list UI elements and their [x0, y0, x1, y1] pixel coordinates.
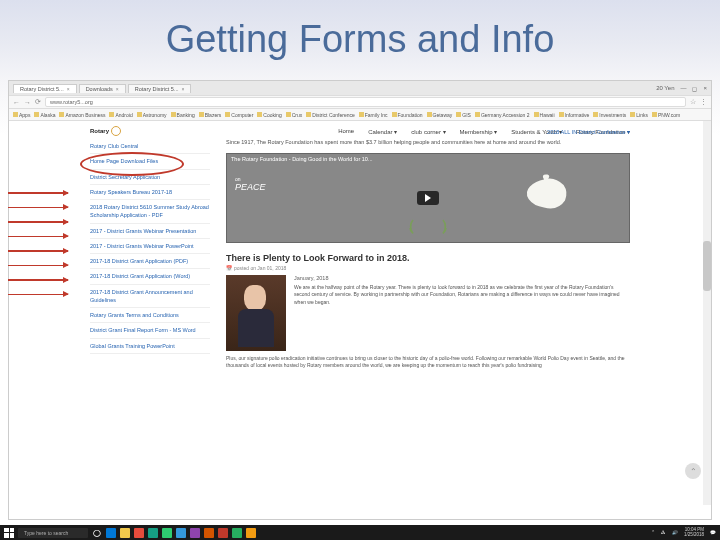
volume-icon[interactable]: 🔊	[672, 530, 678, 535]
browser-tab-0[interactable]: Rotary District 5...×	[13, 84, 77, 93]
arrow-icon	[8, 207, 68, 209]
sidebar-item[interactable]: Rotary Grants Terms and Conditions	[90, 308, 210, 323]
forward-icon[interactable]: →	[24, 99, 31, 106]
close-window-icon[interactable]: ×	[703, 85, 707, 91]
url-input[interactable]: www.rotary5...org	[45, 97, 686, 107]
close-icon[interactable]: ×	[116, 86, 119, 92]
bookmark[interactable]: Crux	[286, 112, 303, 118]
article-title: There is Plenty to Look Forward to in 20…	[226, 253, 630, 263]
folder-icon	[475, 112, 480, 117]
browser-tab-1[interactable]: Downloads×	[79, 84, 126, 93]
bookmark[interactable]: Links	[630, 112, 648, 118]
nav-home[interactable]: Home	[338, 128, 354, 134]
tray-icon[interactable]: ⌃	[651, 530, 655, 535]
maximize-icon[interactable]: ◻	[692, 85, 697, 92]
sidebar-item[interactable]: Rotary Speakers Bureau 2017-18	[90, 185, 210, 200]
sidebar-item[interactable]: District Grant Final Report Form - MS Wo…	[90, 323, 210, 338]
cortana-icon[interactable]: ○	[92, 524, 102, 541]
app-icon[interactable]	[246, 528, 256, 538]
bookmark[interactable]: Family Inc	[359, 112, 388, 118]
bookmark[interactable]: Getaway	[427, 112, 453, 118]
intro-text: Since 1917, The Rotary Foundation has sp…	[226, 139, 630, 147]
taskbar-search[interactable]: Type here to search	[18, 528, 88, 538]
app-icon[interactable]	[204, 528, 214, 538]
nav-membership[interactable]: Membership ▾	[460, 128, 498, 135]
app-icon[interactable]	[176, 528, 186, 538]
arrow-icon	[8, 265, 68, 267]
bookmark-label: Family Inc	[365, 112, 388, 118]
bookmark[interactable]: Investments	[593, 112, 626, 118]
bookmark[interactable]: District Conference	[306, 112, 355, 118]
sidebar-item[interactable]: 2017-18 District Grant Application (Word…	[90, 269, 210, 284]
bookmark[interactable]: Astronomy	[137, 112, 167, 118]
play-icon[interactable]	[417, 191, 439, 205]
bookmark[interactable]: Hawaii	[534, 112, 555, 118]
page-content: Rotary Home Calendar ▾ club corner ▾ Mem…	[9, 121, 711, 519]
scrollbar-thumb[interactable]	[703, 241, 711, 291]
article-body: We are at the halfway point of the Rotar…	[294, 284, 630, 307]
app-icon[interactable]	[218, 528, 228, 538]
logo-text: Rotary	[90, 128, 109, 134]
close-icon[interactable]: ×	[67, 86, 70, 92]
taskbar-clock[interactable]: 10:04 PM 1/25/2018	[684, 528, 704, 538]
video-title: The Rotary Foundation - Doing Good in th…	[231, 156, 372, 162]
nav-calendar[interactable]: Calendar ▾	[368, 128, 397, 135]
bookmark[interactable]: Alaska	[34, 112, 55, 118]
scrollbar[interactable]	[703, 121, 711, 505]
bookmark[interactable]: Germany Accession 2	[475, 112, 530, 118]
app-icon[interactable]	[232, 528, 242, 538]
article-body: Plus, our signature polio eradication in…	[226, 355, 630, 370]
bookmark-label: PNW.com	[658, 112, 680, 118]
close-icon[interactable]: ×	[181, 86, 184, 92]
bookmark[interactable]: Banking	[171, 112, 195, 118]
bookmark[interactable]: GIS	[456, 112, 471, 118]
bookmark[interactable]: Blazers	[199, 112, 222, 118]
menu-icon[interactable]: ⋮	[700, 98, 707, 106]
video-embed[interactable]: The Rotary Foundation - Doing Good in th…	[226, 153, 630, 243]
site-logo[interactable]: Rotary	[90, 126, 121, 136]
folder-icon	[59, 112, 64, 117]
sidebar-item[interactable]: 2017-18 District Grant Application (PDF)	[90, 254, 210, 269]
back-icon[interactable]: ←	[13, 99, 20, 106]
reload-icon[interactable]: ⟳	[35, 98, 41, 106]
folder-icon	[225, 112, 230, 117]
sidebar-item[interactable]: 2017 - District Grants Webinar PowerPoin…	[90, 239, 210, 254]
bookmark-label: District Conference	[312, 112, 355, 118]
bookmark[interactable]: Amazon Business	[59, 112, 105, 118]
sidebar-item[interactable]: 2018 Rotary District 5610 Summer Study A…	[90, 200, 210, 224]
bookmark[interactable]: Foundation	[392, 112, 423, 118]
clock-date: 1/25/2018	[684, 533, 704, 538]
minimize-icon[interactable]: —	[680, 85, 686, 91]
folder-icon	[456, 112, 461, 117]
notifications-icon[interactable]: 💬	[710, 530, 716, 535]
explorer-icon[interactable]	[120, 528, 130, 538]
folder-icon	[392, 112, 397, 117]
sidebar-item[interactable]: 2017-18 District Grant Announcement and …	[90, 285, 210, 309]
article-subtitle: January, 2018	[294, 275, 630, 281]
sidebar-item-download-files[interactable]: Home Page Download Files	[90, 154, 210, 169]
edge-icon[interactable]	[106, 528, 116, 538]
nav-conference[interactable]: 2018 ALL IN District Conference ▾	[547, 129, 630, 135]
app-icon[interactable]	[162, 528, 172, 538]
network-icon[interactable]: 🖧	[661, 530, 666, 535]
scroll-top-button[interactable]: ⌃	[685, 463, 701, 479]
app-icon[interactable]	[148, 528, 158, 538]
bookmark[interactable]: Informative	[559, 112, 590, 118]
folder-icon	[593, 112, 598, 117]
app-icon[interactable]	[134, 528, 144, 538]
folder-icon	[199, 112, 204, 117]
bookmark[interactable]: PNW.com	[652, 112, 680, 118]
star-icon[interactable]: ☆	[690, 98, 696, 106]
address-bar: ← → ⟳ www.rotary5...org ☆ ⋮	[9, 95, 711, 109]
sidebar-item[interactable]: 2017 - District Grants Webinar Presentat…	[90, 224, 210, 239]
bookmark-label: Foundation	[398, 112, 423, 118]
app-icon[interactable]	[190, 528, 200, 538]
sidebar-item[interactable]: Global Grants Training PowerPoint	[90, 339, 210, 354]
bookmark[interactable]: Computer	[225, 112, 253, 118]
start-icon[interactable]	[4, 528, 14, 538]
nav-club-corner[interactable]: club corner ▾	[411, 128, 445, 135]
bookmark[interactable]: Android	[109, 112, 132, 118]
browser-tab-2[interactable]: Rotary District 5...×	[128, 84, 192, 93]
bookmark[interactable]: Cooking	[257, 112, 281, 118]
bookmark[interactable]: Apps	[13, 112, 30, 118]
